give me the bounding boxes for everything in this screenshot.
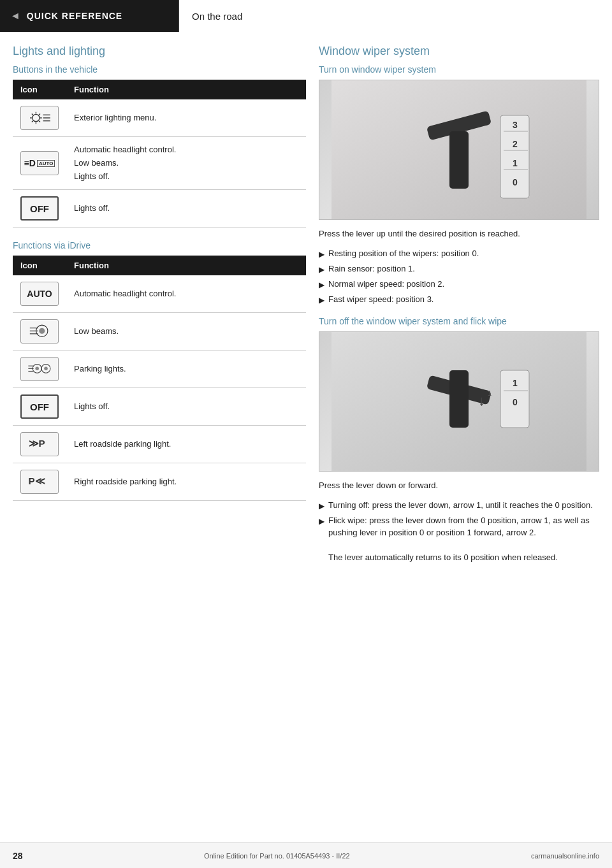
wiper-section-title: Window wiper system: [319, 45, 599, 58]
svg-point-16: [39, 328, 45, 334]
right-park-svg: P≪: [27, 473, 52, 491]
bullet-text: Rain sensor: position 1.: [328, 263, 415, 275]
table-row: ≫P Left roadside parking light.: [13, 426, 306, 463]
table-row: OFF Lights off.: [13, 388, 306, 426]
table-row: P≪ Right roadside parking light.: [13, 463, 306, 501]
page-number: 28: [13, 851, 23, 861]
svg-text:1: 1: [488, 389, 492, 397]
wiper-on-subsection-title: Turn on window wiper system: [319, 64, 599, 75]
page-header: ◄ QUICK REFERENCE On the road: [0, 0, 612, 32]
svg-line-8: [32, 121, 33, 122]
list-item: ▶ Normal wiper speed: position 2.: [319, 278, 599, 291]
bullet-arrow-icon: ▶: [319, 516, 324, 527]
edition-text: Online Edition for Part no. 01405A54493 …: [204, 852, 350, 860]
icon-cell: ≫P: [13, 426, 66, 463]
table-row: AUTO Automatic headlight control.: [13, 275, 306, 313]
idrive-table: Icon Function AUTO Automatic headlight c…: [13, 256, 306, 501]
function-cell: Low beams.: [66, 313, 306, 351]
icon-cell: OFF: [13, 388, 66, 426]
wiper-body-text-1: Press the lever up until the desired pos…: [319, 228, 599, 241]
left-column: Lights and lighting Buttons in the vehic…: [13, 45, 306, 569]
icon-cell: [13, 99, 66, 137]
left-park-svg: ≫P: [27, 435, 52, 453]
icon-cell: P≪: [13, 463, 66, 501]
low-beam-icon: [20, 319, 59, 344]
main-content: Lights and lighting Buttons in the vehic…: [0, 32, 612, 569]
right-park-icon: P≪: [20, 470, 59, 494]
wiper-image-2: 1 0 ↓ 1: [319, 331, 599, 472]
table-row: Low beams.: [13, 313, 306, 351]
svg-point-23: [44, 367, 48, 371]
function-cell: Parking lights.: [66, 351, 306, 388]
auto-icon: AUTO: [20, 282, 59, 306]
idrive-subsection-title: Functions via iDrive: [13, 240, 306, 250]
page-footer: 28 Online Edition for Part no. 01405A544…: [0, 843, 612, 868]
svg-point-21: [35, 367, 39, 371]
function-cell: Exterior lighting menu.: [66, 99, 306, 137]
function-cell: Automatic headlight control.: [66, 275, 306, 313]
bullet-text: Fast wiper speed: position 3.: [328, 293, 433, 306]
lights-section-title: Lights and lighting: [13, 45, 306, 58]
bullet-text: Flick wipe: press the lever down from th…: [328, 514, 599, 564]
page-title-area: On the road: [179, 0, 612, 32]
icon-cell: OFF: [13, 190, 66, 228]
bullet-text: Normal wiper speed: position 2.: [328, 278, 444, 291]
icon-cell: [13, 313, 66, 351]
list-item: ▶ Turning off: press the lever down, arr…: [319, 499, 599, 512]
icon-cell: ≡DAUTO: [13, 137, 66, 190]
buttons-table: Icon Function: [13, 80, 306, 228]
wiper-image-svg-1: 3 2 1 0: [319, 80, 599, 220]
svg-text:2: 2: [513, 139, 518, 149]
bullet-arrow-icon: ▶: [319, 264, 324, 275]
svg-text:1: 1: [513, 378, 518, 388]
svg-point-0: [33, 114, 40, 121]
wiper-image-svg-2: 1 0 ↓ 1: [319, 332, 599, 472]
svg-text:≫P: ≫P: [29, 438, 45, 449]
list-item: ▶ Resting position of the wipers: positi…: [319, 247, 599, 260]
function-cell: Lights off.: [66, 190, 306, 228]
bullet-text: Resting position of the wipers: position…: [328, 247, 479, 260]
function-cell: Right roadside parking light.: [66, 463, 306, 501]
off-icon2: OFF: [20, 394, 59, 419]
bullet-arrow-icon: ▶: [319, 249, 324, 260]
bullet-arrow-icon: ▶: [319, 500, 324, 512]
function-cell: Automatic headlight control.Low beams.Li…: [66, 137, 306, 190]
table-row: OFF Lights off.: [13, 190, 306, 228]
wiper-bullets-1: ▶ Resting position of the wipers: positi…: [319, 247, 599, 306]
list-item: ▶ Rain sensor: position 1.: [319, 263, 599, 275]
list-item: ▶ Flick wipe: press the lever down from …: [319, 514, 599, 564]
watermark: carmanualsonline.info: [531, 852, 599, 860]
nav-section: ◄ QUICK REFERENCE: [0, 0, 178, 32]
function-cell: Lights off.: [66, 388, 306, 426]
low-beam-svg: [27, 322, 52, 340]
wiper-body-text-2: Press the lever down or forward.: [319, 479, 599, 493]
bullet-arrow-icon: ▶: [319, 279, 324, 291]
sun-lines-icon: [20, 106, 59, 130]
function-cell: Left roadside parking light.: [66, 426, 306, 463]
wiper-bullets-2: ▶ Turning off: press the lever down, arr…: [319, 499, 599, 564]
svg-line-6: [39, 121, 40, 122]
icon-cell: AUTO: [13, 275, 66, 313]
svg-rect-41: [449, 370, 469, 428]
wiper-image-1: 3 2 1 0: [319, 80, 599, 220]
table-row: Parking lights.: [13, 351, 306, 388]
svg-text:0: 0: [513, 397, 518, 407]
nav-label: QUICK REFERENCE: [27, 11, 122, 21]
d-auto-icon: ≡DAUTO: [20, 151, 59, 175]
table-row: Exterior lighting menu.: [13, 99, 306, 137]
svg-line-7: [39, 113, 40, 115]
left-park-icon: ≫P: [20, 432, 59, 456]
page-title: On the road: [192, 11, 242, 22]
bullet-arrow-icon: ▶: [319, 294, 324, 306]
svg-rect-29: [449, 131, 469, 189]
right-column: Window wiper system Turn on window wiper…: [319, 45, 599, 569]
col-function-header: Function: [66, 80, 306, 99]
svg-text:↓: ↓: [478, 393, 485, 409]
parking-lights-svg: [27, 360, 52, 378]
parking-lights-icon: [20, 357, 59, 381]
wiper-off-subsection-title: Turn off the window wiper system and fli…: [319, 316, 599, 326]
col-icon-header2: Icon: [13, 256, 66, 275]
svg-line-5: [32, 113, 33, 115]
back-arrow-icon: ◄: [10, 10, 20, 22]
sun-lines-svg: [27, 109, 52, 127]
